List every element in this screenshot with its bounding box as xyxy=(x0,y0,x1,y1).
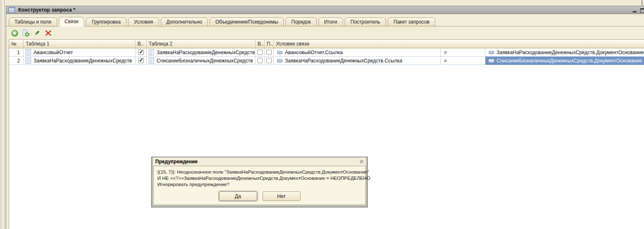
field-icon xyxy=(489,59,494,62)
dialog-message-line: И НЕ <<?>>ЗаявкаНаРасходованиеДенежныхСр… xyxy=(157,175,362,181)
minimize-icon[interactable] xyxy=(633,11,637,12)
tab-links[interactable]: Связи xyxy=(59,17,84,26)
column-header-all2[interactable]: В.. xyxy=(256,40,265,48)
condition-operator-cell[interactable]: = xyxy=(441,48,485,57)
document-icon xyxy=(149,57,154,64)
frame-divider xyxy=(1,0,2,229)
field-icon xyxy=(489,51,494,54)
column-header-all1[interactable]: В.. xyxy=(135,40,147,48)
all2-cell[interactable] xyxy=(256,48,265,57)
condition-left-cell[interactable]: ЗаявкаНаРасходованиеДенежныхСредств.Ссыл… xyxy=(274,57,441,65)
checkbox[interactable] xyxy=(257,50,263,55)
dialog-titlebar[interactable]: Предупреждение ✕ xyxy=(153,157,366,166)
tab-conditions[interactable]: Условия xyxy=(128,17,159,26)
custom-cell[interactable] xyxy=(265,57,274,65)
tab-unions-aliases[interactable]: Объединения/Псевдонимы xyxy=(210,17,284,26)
dialog-title: Предупреждение xyxy=(155,159,198,165)
close-icon[interactable]: ✕ xyxy=(359,159,364,165)
row-number: 1 xyxy=(9,48,24,57)
tab-query-batch[interactable]: Пакет запросов xyxy=(388,17,435,26)
warning-dialog: Предупреждение ✕ {(15, 7)}: Неоднозначно… xyxy=(151,157,368,208)
table-row[interactable]: 1 АвансовыйОтчет ЗаявкаНаРасходованиеДен… xyxy=(9,48,644,57)
condition-right-text: СписаниеБезналичныхДенежныхСредств.Докум… xyxy=(497,58,642,64)
delete-button[interactable] xyxy=(44,29,52,37)
delete-icon xyxy=(45,30,51,36)
table1-name: АвансовыйОтчет xyxy=(34,50,73,55)
condition-right-cell[interactable]: СписаниеБезналичныхДенежныхСредств.Докум… xyxy=(485,57,644,65)
document-icon xyxy=(26,57,31,64)
column-header-custom[interactable]: П.. xyxy=(265,40,274,48)
no-button[interactable]: Нет xyxy=(263,191,301,201)
checkbox[interactable] xyxy=(138,58,144,63)
condition-left-text: ЗаявкаНаРасходованиеДенежныхСредств.Ссыл… xyxy=(285,58,402,64)
edit-pencil-icon xyxy=(34,30,40,36)
condition-right-cell[interactable]: ЗаявкаНаРасходованиеДенежныхСредств.Доку… xyxy=(485,48,644,57)
edit-button[interactable] xyxy=(33,29,41,37)
condition-left-text: АвансовыйОтчет.Ссылка xyxy=(285,50,343,55)
screen: { "window": { "title": "Конструктор запр… xyxy=(0,0,644,229)
column-header-table1[interactable]: Таблица 1 xyxy=(24,40,135,48)
warning-dialog-inner: Предупреждение ✕ {(15, 7)}: Неоднозначно… xyxy=(153,157,366,205)
dialog-message-line: {(15, 7)}: Неоднозначное поле "ЗаявкаНаР… xyxy=(157,169,362,175)
all1-cell[interactable] xyxy=(135,48,147,57)
checkbox[interactable] xyxy=(266,58,272,63)
checkbox[interactable] xyxy=(266,50,272,55)
table2-cell[interactable]: ЗаявкаНаРасходованиеДенежныхСредств xyxy=(147,48,256,57)
table1-cell[interactable]: ЗаявкаНаРасходованиеДенежныхСредств xyxy=(24,57,135,65)
frame-divider xyxy=(5,0,5,229)
restore-icon[interactable] xyxy=(640,8,644,13)
checkbox[interactable] xyxy=(257,58,263,63)
condition-left-cell[interactable]: АвансовыйОтчет.Ссылка xyxy=(274,48,441,57)
condition-right-text: ЗаявкаНаРасходованиеДенежныхСредств.Доку… xyxy=(497,50,644,55)
custom-cell[interactable] xyxy=(265,48,274,57)
add-copy-button[interactable] xyxy=(22,29,30,37)
dialog-content: {(15, 7)}: Неоднозначное поле "ЗаявкаНаР… xyxy=(153,166,366,205)
links-toolbar xyxy=(6,26,644,39)
dialog-message-line: Игнорировать предупреждение? xyxy=(157,181,362,188)
tab-builder[interactable]: Построитель xyxy=(345,17,386,26)
condition-operator-cell[interactable]: = xyxy=(441,57,485,65)
column-header-condition[interactable]: Условие связи xyxy=(274,40,644,48)
add-icon xyxy=(11,30,18,37)
table-header-row: № Таблица 1 В.. Таблица 2 В.. П.. Услови… xyxy=(9,40,644,48)
tab-order[interactable]: Порядок xyxy=(285,17,316,26)
yes-button[interactable]: Да xyxy=(219,191,257,201)
all1-cell[interactable] xyxy=(135,57,147,65)
column-header-table2[interactable]: Таблица 2 xyxy=(147,40,256,48)
table-row[interactable]: 2 ЗаявкаНаРасходованиеДенежныхСредств Сп… xyxy=(9,57,644,65)
tab-totals[interactable]: Итоги xyxy=(318,17,343,26)
query-designer-icon xyxy=(9,7,15,13)
table2-name: СписаниеБезналичныхДенежныхСредств xyxy=(157,58,253,64)
column-header-num[interactable]: № xyxy=(9,40,24,48)
add-copy-icon xyxy=(22,29,29,37)
field-icon xyxy=(277,59,282,62)
window-controls xyxy=(633,7,644,13)
dialog-buttons: Да Нет xyxy=(157,191,362,201)
tab-tables-fields[interactable]: Таблицы и поля xyxy=(9,17,57,26)
window-titlebar[interactable]: Конструктор запроса * xyxy=(6,6,644,14)
add-button[interactable] xyxy=(10,29,19,37)
document-icon xyxy=(149,49,154,55)
table2-name: ЗаявкаНаРасходованиеДенежныхСредств xyxy=(157,50,255,55)
table1-name: ЗаявкаНаРасходованиеДенежныхСредств xyxy=(34,58,132,64)
table1-cell[interactable]: АвансовыйОтчет xyxy=(24,48,135,57)
frame-divider xyxy=(642,0,642,5)
document-icon xyxy=(26,49,31,55)
window-title: Конструктор запроса * xyxy=(18,7,75,13)
tab-bar: Таблицы и поля Связи Группировка Условия… xyxy=(6,14,644,26)
table2-cell[interactable]: СписаниеБезналичныхДенежныхСредств xyxy=(147,57,256,65)
tab-grouping[interactable]: Группировка xyxy=(86,17,126,26)
row-number: 2 xyxy=(9,57,24,65)
field-icon xyxy=(277,51,282,54)
checkbox[interactable] xyxy=(138,50,144,55)
all2-cell[interactable] xyxy=(256,57,265,65)
tab-additional[interactable]: Дополнительно xyxy=(161,17,208,26)
